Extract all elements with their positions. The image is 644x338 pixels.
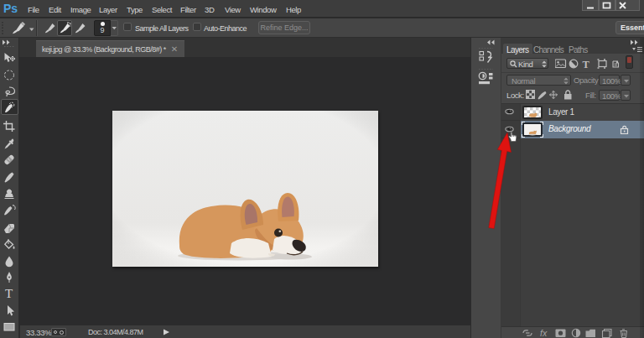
svg-text:T: T <box>583 59 590 69</box>
svg-text:T: T <box>5 287 13 299</box>
svg-text:fx: fx <box>540 328 548 338</box>
